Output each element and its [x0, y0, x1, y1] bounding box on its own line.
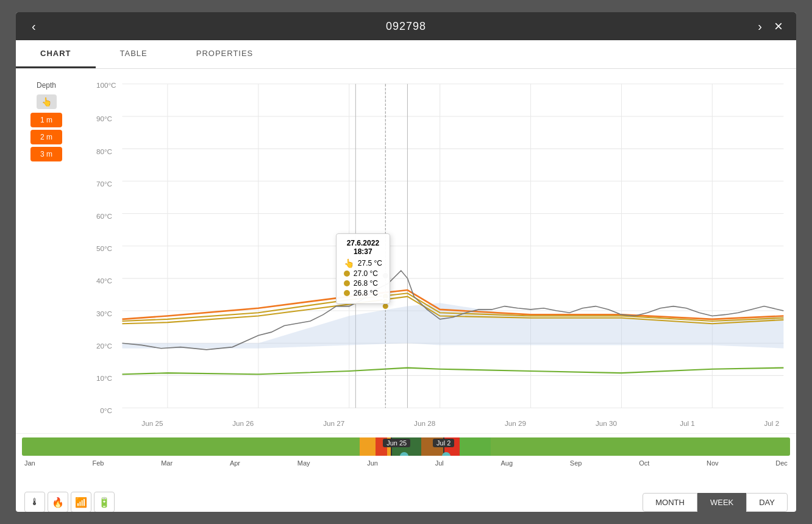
svg-text:Jun 29: Jun 29	[505, 419, 526, 427]
prev-button[interactable]: ‹	[22, 15, 46, 38]
svg-text:30°C: 30°C	[96, 310, 112, 317]
depth-btn-1m[interactable]: 1 m	[30, 113, 62, 127]
svg-text:80°C: 80°C	[96, 147, 112, 155]
svg-text:50°C: 50°C	[96, 244, 112, 252]
timeline-months: Jan Feb Mar Apr May Jun Jul Aug Sep Oct …	[22, 459, 790, 467]
svg-text:Jun 27: Jun 27	[323, 419, 344, 427]
svg-text:Jul 1: Jul 1	[680, 419, 695, 427]
tab-bar: CHART TABLE PROPERTIES	[16, 40, 796, 69]
bottom-controls: 🌡 🔥 📶 🔋 MONTH WEEK DAY	[16, 488, 796, 512]
depth-btn-3m[interactable]: 3 m	[30, 147, 62, 161]
svg-text:70°C: 70°C	[96, 180, 112, 188]
svg-text:Jul 2: Jul 2	[764, 419, 779, 427]
depth-panel: Depth 👆 1 m 2 m 3 m	[16, 75, 77, 427]
tab-properties[interactable]: PROPERTIES	[172, 40, 278, 68]
period-day-button[interactable]: DAY	[746, 493, 788, 512]
range-start-label: Jun 25	[383, 439, 410, 447]
close-button[interactable]: ×	[767, 15, 790, 37]
chart-area: Depth 👆 1 m 2 m 3 m 100°C 90°C 80°C 70°C…	[16, 69, 796, 433]
svg-text:40°C: 40°C	[96, 277, 112, 285]
thermometer-button[interactable]: 🌡	[24, 492, 45, 512]
depth-btn-2m[interactable]: 2 m	[30, 130, 62, 144]
svg-text:Jun 25: Jun 25	[141, 419, 163, 427]
svg-text:20°C: 20°C	[96, 342, 112, 350]
svg-text:90°C: 90°C	[96, 115, 112, 122]
svg-text:Jun 28: Jun 28	[414, 419, 435, 427]
modal-container: ‹ 092798 › × CHART TABLE PROPERTIES Dept…	[16, 12, 796, 512]
svg-point-41	[382, 272, 389, 279]
battery-button[interactable]: 🔋	[94, 492, 115, 512]
svg-point-44	[382, 303, 389, 310]
tab-table[interactable]: TABLE	[96, 40, 172, 68]
chart-wrapper: 100°C 90°C 80°C 70°C 60°C 50°C 40°C 30°C…	[77, 75, 796, 427]
svg-text:Jun 26: Jun 26	[232, 419, 254, 427]
svg-text:0°C: 0°C	[100, 406, 112, 414]
modal-header: ‹ 092798 › ×	[16, 12, 796, 40]
depth-icon: 👆	[37, 94, 57, 109]
timeline-section: Jun 25 Jul 2 Jan Feb Mar Apr May Jun Jul…	[16, 433, 796, 488]
icon-group: 🌡 🔥 📶 🔋	[24, 492, 117, 512]
fire-button[interactable]: 🔥	[48, 492, 68, 512]
svg-text:100°C: 100°C	[96, 81, 116, 89]
tab-chart[interactable]: CHART	[16, 40, 96, 68]
svg-text:10°C: 10°C	[96, 374, 112, 382]
range-end-label: Jul 2	[433, 439, 454, 447]
chart-content: Depth 👆 1 m 2 m 3 m 100°C 90°C 80°C 70°C…	[16, 69, 796, 512]
svg-text:60°C: 60°C	[96, 212, 112, 220]
svg-text:Jun 30: Jun 30	[596, 419, 618, 427]
period-buttons: MONTH WEEK DAY	[643, 493, 788, 512]
period-month-button[interactable]: MONTH	[643, 493, 697, 512]
period-week-button[interactable]: WEEK	[697, 493, 746, 512]
timeline-bar[interactable]: Jun 25 Jul 2	[22, 437, 790, 456]
depth-label: Depth	[37, 81, 56, 90]
wifi-button[interactable]: 📶	[71, 492, 91, 512]
modal-title: 092798	[386, 20, 426, 33]
chart-svg: 100°C 90°C 80°C 70°C 60°C 50°C 40°C 30°C…	[77, 75, 790, 427]
